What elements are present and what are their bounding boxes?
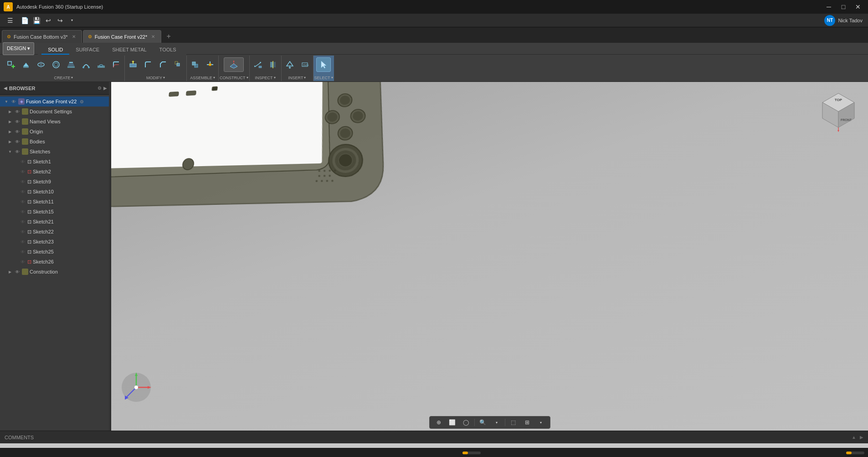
fillet-button[interactable] [109,57,123,72]
tab-close-button[interactable]: ✕ [150,34,156,40]
shell-button[interactable] [49,57,63,72]
grid-display-button[interactable]: ⊞ [521,417,534,428]
tree-item-sketch9[interactable]: 👁 ⊡ Sketch9 [0,177,111,187]
visibility-icon[interactable]: 👁 [20,228,26,235]
redo-button[interactable]: ↪ [55,15,66,26]
save-button[interactable]: 💾 [31,15,42,26]
tree-item-sketch10[interactable]: 👁 ⊡ Sketch10 [0,187,111,197]
browser-collapse-button[interactable]: ▶ [103,86,107,91]
subtab-solid[interactable]: SOLID [41,46,69,55]
tree-item-root[interactable]: ▼ 👁 ◈ Fusion Case Front v22 ⚙ [0,96,111,107]
visibility-icon[interactable]: 👁 [14,108,21,115]
chamfer-button[interactable] [156,57,170,72]
new-component-button[interactable] [4,57,18,72]
comments-expand-icon[interactable]: ▲ [852,435,856,440]
minimize-button[interactable]: ─ [822,2,835,11]
loft-button[interactable] [64,57,78,72]
visibility-icon[interactable]: 👁 [10,98,17,105]
tree-item-sketch2[interactable]: 👁 ⊡ Sketch2 [0,167,111,177]
expand-icon: ▼ [7,150,13,154]
grid-button[interactable]: ⬜ [446,417,459,428]
svg-point-12 [82,66,84,68]
subtab-surface[interactable]: SURFACE [69,46,106,55]
comments-settings[interactable]: ▶ [860,435,863,440]
tree-item-sketch21[interactable]: 👁 ⊡ Sketch21 [0,217,111,227]
visibility-icon[interactable]: 👁 [14,138,21,145]
hole-button[interactable] [94,57,108,72]
visibility-icon[interactable]: 👁 [20,188,26,195]
settings-icon[interactable]: ⚙ [80,99,84,104]
tree-item-named-views[interactable]: ▶ 👁 Named Views [0,117,111,127]
tab-fusion-case-bottom[interactable]: ⚙ Fusion Case Bottom v3* ✕ [2,30,82,43]
undo-button[interactable]: ↩ [43,15,54,26]
visibility-icon[interactable]: 👁 [20,218,26,225]
tree-item-sketch15[interactable]: 👁 ⊡ Sketch15 [0,207,111,217]
visibility-icon[interactable]: 👁 [14,128,21,135]
3d-viewport[interactable]: TOP FRONT ⊕ ⬜ ◯ 🔍 ▾ ⬚ ⊞ ▾ [111,82,868,431]
sweep-button[interactable] [79,57,93,72]
app-icon: A [4,2,13,11]
tab-label: Fusion Case Front v22* [95,34,148,40]
select-button[interactable] [316,57,331,72]
subtab-tools[interactable]: TOOLS [153,46,183,55]
view-cube[interactable]: TOP FRONT [818,91,859,132]
joint-button[interactable] [203,57,217,72]
visibility-icon[interactable]: 👁 [20,239,26,245]
svg-marker-3 [23,63,29,66]
extrude-button[interactable] [19,57,33,72]
visibility-icon[interactable]: 👁 [20,208,26,215]
section-analysis-button[interactable] [266,57,280,72]
new-component-assemble-button[interactable] [188,57,202,72]
visibility-icon[interactable]: 👁 [20,249,26,255]
visibility-icon[interactable]: 👁 [20,198,26,205]
measure-button[interactable] [251,57,265,72]
browser-settings-button[interactable]: ⚙ [98,86,102,91]
visibility-icon[interactable]: 👁 [20,259,26,265]
fillet-modify-button[interactable] [141,57,155,72]
visibility-icon[interactable]: 👁 [20,178,26,185]
orbit-button[interactable]: ◯ [460,417,473,428]
display-dropdown[interactable]: ▾ [534,417,547,428]
maximize-button[interactable]: □ [837,2,850,11]
tree-item-construction[interactable]: ▶ 👁 Construction [0,267,111,277]
tab-close-button[interactable]: ✕ [71,34,77,40]
undo-dropdown[interactable]: ▾ [67,15,77,26]
press-pull-button[interactable] [126,57,140,72]
tree-item-sketch26[interactable]: 👁 ⊡ Sketch26 [0,257,111,267]
visibility-icon[interactable]: 👁 [14,269,21,275]
construct-plane-button[interactable] [224,57,244,72]
tree-item-sketch11[interactable]: 👁 ⊡ Sketch11 [0,197,111,207]
sidebar-resize-handle[interactable] [109,82,111,431]
tree-item-origin[interactable]: ▶ 👁 Origin [0,127,111,137]
tree-item-sketch22[interactable]: 👁 ⊡ Sketch22 [0,227,111,237]
visibility-icon[interactable]: 👁 [14,148,21,155]
subtab-sheet-metal[interactable]: SHEET METAL [106,46,153,55]
expand-icon: ▶ [7,110,13,114]
visibility-icon[interactable]: 👁 [20,158,26,165]
visibility-icon[interactable]: 👁 [20,168,26,175]
design-dropdown[interactable]: DESIGN ▾ [3,42,34,55]
tree-item-sketch23[interactable]: 👁 ⊡ Sketch23 [0,237,111,247]
visibility-icon[interactable]: 👁 [14,118,21,125]
tree-item-sketch25[interactable]: 👁 ⊡ Sketch25 [0,247,111,257]
comments-bar[interactable]: COMMENTS ▲ ▶ [0,431,868,443]
tree-item-sketches[interactable]: ▼ 👁 Sketches [0,147,111,157]
zoom-button[interactable]: 🔍 [477,417,489,428]
tree-item-sketch1[interactable]: 👁 ⊡ Sketch1 [0,157,111,167]
tree-item-document-settings[interactable]: ▶ 👁 Document Settings [0,107,111,117]
revolve-button[interactable] [34,57,48,72]
new-tab-button[interactable]: + [162,30,175,43]
svg-text:SVG: SVG [303,64,309,66]
close-button[interactable]: ✕ [852,2,864,11]
browser-back-button[interactable]: ◀ [4,86,7,91]
scale-button[interactable] [171,57,185,72]
zoom-dropdown[interactable]: ▾ [490,417,503,428]
tab-fusion-case-front[interactable]: ⚙ Fusion Case Front v22* ✕ [83,30,162,43]
new-file-button[interactable]: 📄 [19,15,30,26]
snap-button[interactable]: ⊕ [432,417,445,428]
insert-svg-button[interactable]: SVG [298,57,312,72]
display-mode-button[interactable]: ⬚ [507,417,520,428]
tree-item-bodies[interactable]: ▶ 👁 Bodies [0,137,111,147]
insert-mesh-button[interactable] [282,57,297,72]
app-menu-button[interactable]: ☰ [5,15,15,26]
